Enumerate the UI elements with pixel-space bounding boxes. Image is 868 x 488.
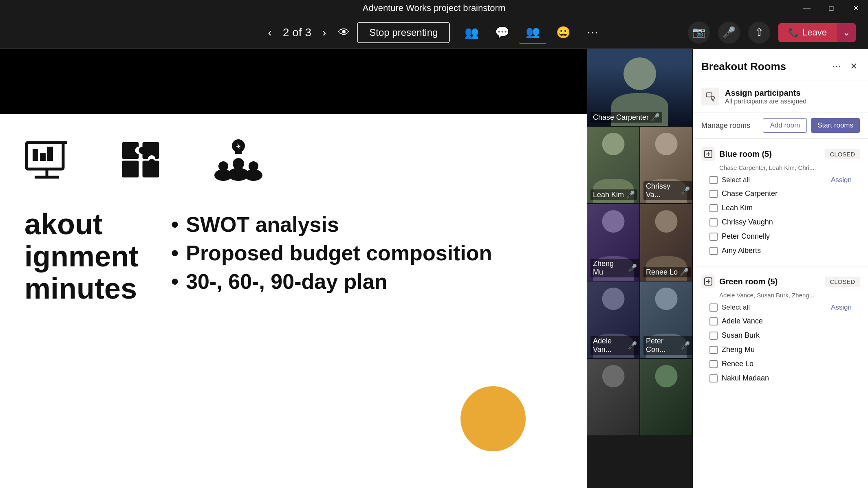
zheng-label: Zheng Mu 🎤 [590, 259, 639, 277]
video-row-leah-chrissy: Leah Kim 🎤 Chrissy Va... 🎤 [587, 126, 693, 204]
blue-room-select-all-label[interactable]: Select all [709, 176, 750, 184]
share-button[interactable]: ⇧ [748, 22, 770, 44]
member-name-adele: Adele Vance [722, 317, 763, 325]
green-room-member-1: Adele Vance [701, 314, 860, 328]
peter-mic-icon: 🎤 [681, 341, 690, 350]
video-row-bottom [587, 358, 693, 436]
breakout-more-button[interactable]: ⋯ [830, 59, 844, 74]
member-checkbox-susan[interactable] [709, 332, 718, 340]
video-row-adele-peter: Adele Van... 🎤 Peter Con... 🎤 [587, 281, 693, 358]
green-room-select-all-text: Select all [722, 303, 750, 312]
chrissy-mic-icon: 🎤 [681, 186, 690, 195]
member-name-nakul: Nakul Madaan [722, 374, 769, 382]
microphone-button[interactable]: 🎤 [718, 22, 740, 44]
bullet-2: Proposed budget composition [171, 241, 492, 265]
blue-room-members-preview: Chase Carpenter, Leah Kim, Chri... [719, 164, 860, 171]
member-checkbox-chrissy[interactable] [709, 218, 718, 226]
video-cell-adele: Adele Van... 🎤 [587, 281, 640, 358]
member-checkbox-nakul[interactable] [709, 374, 718, 382]
svg-rect-3 [33, 149, 38, 161]
renee-label: Renee Lo 🎤 [643, 267, 691, 277]
member-checkbox-leah[interactable] [709, 204, 718, 212]
svg-point-25 [711, 96, 714, 99]
green-room-select-all-checkbox[interactable] [709, 303, 718, 312]
leave-chevron-button[interactable]: ⌄ [837, 23, 856, 42]
reactions-icon-button[interactable]: 😀 [550, 22, 577, 43]
video-cell-renee: Renee Lo 🎤 [640, 204, 693, 281]
green-room-icon [701, 275, 715, 288]
member-checkbox-adele[interactable] [709, 317, 718, 325]
view-button[interactable]: 👁 [335, 22, 353, 42]
adele-mic-icon: 🎤 [628, 341, 637, 350]
green-room-select-all-label[interactable]: Select all [709, 303, 750, 312]
slide-heading-3: minutes [24, 273, 139, 305]
bottom2-video-bg [640, 359, 692, 435]
start-rooms-button[interactable]: Start rooms [811, 118, 860, 133]
member-name-amy: Amy Alberts [722, 246, 761, 255]
stop-presenting-button[interactable]: Stop presenting [357, 22, 450, 43]
prev-slide-button[interactable]: ‹ [263, 23, 277, 42]
maximize-button[interactable]: □ [819, 0, 844, 16]
leave-button[interactable]: 📞 Leave [778, 23, 837, 42]
toolbar: ‹ 2 of 3 › 👁 Stop presenting 👥 💬 👥 😀 ⋯ 📷… [0, 16, 868, 49]
peter-name: Peter Con... [646, 337, 679, 354]
green-room-assign-button[interactable]: Assign [831, 303, 852, 312]
assign-row: Assign participants All participants are… [701, 88, 860, 106]
svg-point-12 [139, 147, 146, 154]
minimize-button[interactable]: — [795, 0, 819, 16]
green-room-members-preview: Adele Vance, Susan Burk, Zheng... [719, 292, 860, 299]
member-checkbox-chase[interactable] [709, 190, 718, 198]
video-cell-chrissy: Chrissy Va... 🎤 [640, 126, 693, 204]
slide-heading: akout [24, 208, 139, 240]
member-checkbox-amy[interactable] [709, 247, 718, 255]
title-bar: Adventure Works project brainstorm — □ ✕ [0, 0, 868, 16]
toolbar-actions: 👥 💬 👥 😀 ⋯ [458, 21, 605, 44]
puzzle-icon [118, 138, 163, 192]
blue-room-select-all-text: Select all [722, 176, 750, 184]
svg-point-20 [233, 158, 244, 169]
member-name-chrissy: Chrissy Vaughn [722, 218, 773, 226]
manage-rooms-row: Manage rooms Add room Start rooms [693, 112, 868, 139]
blue-room-item: Blue room (5) CLOSED Chase Carpenter, Le… [693, 142, 868, 263]
member-name-leah: Leah Kim [722, 204, 753, 212]
assign-subtitle: All participants are assigned [725, 98, 806, 105]
leah-name: Leah Kim [593, 191, 624, 199]
member-checkbox-peter[interactable] [709, 233, 718, 241]
member-checkbox-renee[interactable] [709, 360, 718, 368]
green-room-member-4: Renee Lo [701, 357, 860, 371]
member-checkbox-zheng[interactable] [709, 346, 718, 354]
bottom1-video-bg [587, 359, 639, 435]
blue-room-header: Blue room (5) CLOSED [701, 147, 860, 161]
green-room-name: Green room (5) [719, 277, 821, 286]
blue-room-assign-button[interactable]: Assign [831, 176, 852, 184]
breakout-close-button[interactable]: ✕ [848, 59, 860, 74]
participants-icon-button[interactable]: 👥 [458, 22, 485, 43]
leave-button-group: 📞 Leave ⌄ [778, 23, 856, 42]
zheng-mic-icon: 🎤 [628, 264, 637, 273]
member-name-susan: Susan Burk [722, 331, 760, 340]
blue-room-select-all-checkbox[interactable] [709, 176, 718, 184]
svg-rect-4 [40, 153, 46, 161]
blue-room-member-4: Peter Connelly [701, 229, 860, 244]
slide-content: akout ignment minutes SWOT analysis Prop… [0, 49, 587, 488]
svg-rect-5 [47, 147, 53, 161]
close-button[interactable]: ✕ [844, 0, 868, 16]
member-name-chase: Chase Carpenter [722, 189, 778, 198]
add-room-button[interactable]: Add room [763, 118, 807, 133]
svg-rect-9 [122, 161, 139, 178]
more-options-button[interactable]: ⋯ [580, 22, 605, 43]
green-room-header: Green room (5) CLOSED [701, 275, 860, 288]
chat-icon-button[interactable]: 💬 [489, 22, 516, 43]
blue-room-member-1: Chase Carpenter [701, 187, 860, 201]
video-cell-bottom1 [587, 358, 640, 436]
video-cell-bottom2 [640, 358, 693, 436]
slide-counter: 2 of 3 [281, 26, 313, 39]
leah-label: Leah Kim 🎤 [590, 189, 637, 200]
camera-button[interactable]: 📷 [688, 22, 710, 44]
slide-bullets: SWOT analysis Proposed budget compositio… [171, 212, 492, 298]
breakout-icon-button[interactable]: 👥 [519, 21, 546, 44]
blue-room-closed-badge: CLOSED [825, 149, 860, 159]
next-slide-button[interactable]: › [317, 23, 331, 42]
chase-label: Chase Carpenter 🎤 [590, 112, 662, 123]
video-cell-zheng: Zheng Mu 🎤 [587, 204, 640, 281]
